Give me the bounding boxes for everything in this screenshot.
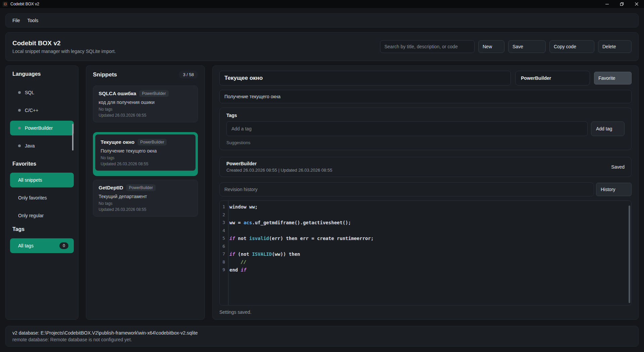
snippet-language-badge: PowerBuilder (126, 184, 155, 191)
snippet-language-badge: PowerBuilder (138, 139, 167, 145)
line-number: 2 (220, 212, 227, 217)
sidebar-item-label: C/C++ (25, 108, 38, 113)
snippet-updated: Updated 26.03.2026 08:55 (99, 113, 192, 118)
languages-heading: Languages (10, 71, 74, 77)
menu-tools[interactable]: Tools (24, 16, 42, 25)
snippets-panel: Snippets 3 / 58 SQLCA ошибка PowerBuilde… (86, 65, 205, 320)
close-button[interactable] (629, 0, 644, 8)
sidebar-item-label: Only regular (18, 213, 44, 218)
sidebar-item-only-favorites[interactable]: Only favorites (10, 190, 74, 205)
tag-count-badge: 0 (59, 242, 68, 249)
sidebar-item-label: All tags (18, 243, 34, 248)
header-titles: Codebit BOX v2 Local snippet manager wit… (12, 40, 116, 54)
line-number: 5 (220, 236, 227, 241)
tags-heading: Tags (10, 226, 74, 233)
sidebar-item-label: PowerBuilder (25, 125, 53, 131)
restore-icon (620, 2, 624, 6)
sidebar-item-only-regular[interactable]: Only regular (10, 208, 74, 223)
window-title: Codebit BOX v2 (10, 2, 39, 6)
snippet-title: GetDeptID (99, 184, 123, 191)
add-tag-input[interactable] (226, 121, 588, 136)
search-input[interactable] (380, 40, 475, 53)
revision-history-bar: Revision history (219, 182, 594, 196)
meta-created-updated: Created 26.03.2026 08:55 | Updated 26.03… (226, 167, 332, 173)
meta-language: PowerBuilder (226, 161, 332, 167)
snippet-description: Текущий департамент (99, 193, 192, 199)
app-logo-icon: {} (3, 2, 8, 7)
add-tag-button[interactable]: Add tag (591, 121, 625, 136)
snippet-tags: No tags (99, 201, 192, 206)
tags-list: All tags 0 (10, 238, 74, 253)
snippet-title-input[interactable] (219, 71, 511, 85)
snippets-count-badge: 3 / 58 (179, 71, 198, 78)
snippet-title: SQLCA ошибка (99, 90, 136, 97)
sidebar-item-sql[interactable]: SQL (10, 85, 74, 100)
snippet-title-row: GetDeptID PowerBuilder (99, 184, 192, 191)
database-path-label: v2 database: E:\Projects\CodebitBOX.V2\p… (12, 330, 632, 336)
minimize-icon (605, 2, 609, 6)
snippet-card-sqlca[interactable]: SQLCA ошибка PowerBuilder код для получе… (93, 85, 198, 122)
app-body: File Tools Codebit BOX v2 Local snippet … (0, 8, 644, 352)
snippet-tags: No tags (101, 156, 190, 160)
save-button[interactable]: Save (508, 40, 546, 53)
minimize-button[interactable] (600, 0, 614, 8)
header-toolbar: New Save Copy code Delete (380, 40, 632, 53)
snippets-header: Snippets 3 / 58 (93, 71, 198, 78)
snippet-card-getdeptid[interactable]: GetDeptID PowerBuilder Текущий департаме… (93, 180, 198, 217)
tags-section-heading: Tags (226, 113, 625, 118)
snippets-heading: Snippets (93, 71, 117, 78)
snippet-description-input[interactable] (219, 90, 632, 103)
sidebar-item-ccpp[interactable]: C/C++ (10, 103, 74, 118)
code-line: if (not ISVALID(ww)) then (227, 251, 300, 257)
remote-database-label: remote database: Remote database is not … (12, 337, 632, 342)
sidebar-item-label: Java (25, 143, 35, 149)
tags-section: Tags Add tag Suggestions (219, 108, 632, 150)
code-line: end if (227, 267, 247, 273)
languages-list: SQL C/C++ PowerBuilder Java (10, 85, 74, 153)
copy-code-button[interactable]: Copy code (549, 40, 594, 53)
snippet-description: код для получения ошики (99, 99, 192, 105)
snippet-editor-panel: PowerBuilder Favorite Tags Add tag Sugge… (212, 65, 639, 320)
snippet-description: Получение текущего окна (101, 148, 190, 154)
page-title: Codebit BOX v2 (12, 40, 116, 47)
line-number: 8 (220, 259, 227, 265)
line-number: 9 (220, 267, 227, 272)
code-line: ww = acs.uf_getmdiframe().getactivesheet… (227, 220, 351, 225)
header: Codebit BOX v2 Local snippet manager wit… (5, 32, 639, 61)
favorites-list: All snippets Only favorites Only regular (10, 173, 74, 223)
favorites-heading: Favorites (10, 161, 74, 167)
close-icon (635, 2, 639, 6)
snippet-meta-section: PowerBuilder Created 26.03.2026 08:55 | … (219, 157, 632, 177)
code-line: if not isvalid(err) then err = create ru… (227, 236, 374, 241)
code-line: window ww; (227, 204, 258, 210)
languages-scrollbar[interactable] (72, 124, 73, 151)
menubar: File Tools (5, 13, 639, 27)
sidebar-item-all-tags[interactable]: All tags 0 (10, 238, 74, 253)
new-button[interactable]: New (478, 40, 504, 53)
language-select[interactable]: PowerBuilder (515, 71, 590, 85)
snippet-selected-highlight: Текущее окно PowerBuilder Получение теку… (93, 132, 198, 176)
snippet-language-badge: PowerBuilder (139, 90, 168, 97)
editor-scrollbar[interactable] (629, 206, 630, 303)
revision-row: Revision history History (219, 182, 632, 196)
menu-file[interactable]: File (9, 16, 23, 25)
restore-button[interactable] (614, 0, 629, 8)
sidebar: Languages SQL C/C++ PowerBuilder (5, 65, 78, 320)
code-editor[interactable]: 1window ww; 2 3ww = acs.uf_getmdiframe()… (219, 200, 632, 305)
snippet-card-current-window[interactable]: Текущее окно PowerBuilder Получение теку… (95, 134, 196, 171)
sidebar-item-label: SQL (25, 90, 34, 95)
line-number: 4 (220, 228, 227, 233)
sidebar-item-all-snippets[interactable]: All snippets (10, 173, 74, 187)
snippet-updated: Updated 26.03.2026 08:55 (99, 207, 192, 212)
revision-history-label: Revision history (220, 187, 258, 192)
page-subtitle: Local snippet manager with legacy SQLite… (12, 49, 116, 54)
sidebar-item-powerbuilder[interactable]: PowerBuilder (10, 121, 74, 135)
sidebar-item-label: Only favorites (18, 195, 47, 200)
favorite-button[interactable]: Favorite (594, 72, 632, 84)
delete-button[interactable]: Delete (598, 40, 632, 53)
app-window: {} Codebit BOX v2 File Tools Codebit BOX… (0, 0, 644, 352)
history-button[interactable]: History (596, 183, 632, 196)
sidebar-item-java[interactable]: Java (10, 138, 74, 153)
bullet-icon (18, 109, 21, 112)
snippet-title-row: Текущее окно PowerBuilder (101, 139, 190, 145)
